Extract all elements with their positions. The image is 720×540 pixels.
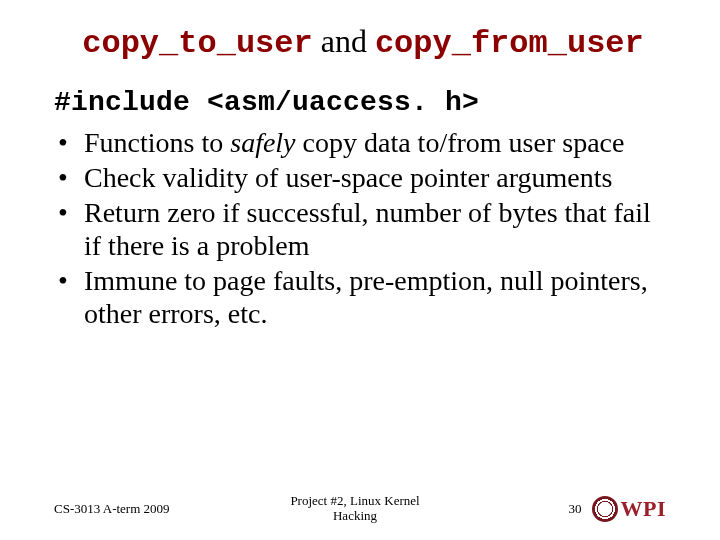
include-directive: #include <asm/uaccess. h> (54, 87, 672, 118)
bullet-text-pre: Check validity of user-space pointer arg… (84, 162, 612, 193)
footer-right: 30 WPI (466, 496, 666, 522)
bullet-item: Immune to page faults, pre-emption, null… (54, 264, 672, 330)
bullet-item: Functions to safely copy data to/from us… (54, 126, 672, 159)
bullet-text-em: safely (230, 127, 295, 158)
bullet-item: Return zero if successful, number of byt… (54, 196, 672, 262)
title-fn1: copy_to_user (82, 25, 312, 62)
wpi-logo: WPI (592, 496, 667, 522)
bullet-text-pre: Immune to page faults, pre-emption, null… (84, 265, 648, 329)
bullet-list: Functions to safely copy data to/from us… (54, 126, 672, 330)
footer-center-line1: Project #2, Linux Kernel (244, 494, 466, 509)
title-and: and (313, 23, 375, 59)
wpi-logo-text: WPI (621, 496, 667, 522)
footer-center: Project #2, Linux Kernel Hacking (244, 494, 466, 524)
wpi-seal-icon (592, 496, 618, 522)
title-fn2: copy_from_user (375, 25, 644, 62)
bullet-text-pre: Return zero if successful, number of byt… (84, 197, 651, 261)
footer-center-line2: Hacking (244, 509, 466, 524)
page-number: 30 (569, 501, 582, 517)
bullet-item: Check validity of user-space pointer arg… (54, 161, 672, 194)
bullet-text-pre: Functions to (84, 127, 230, 158)
footer-left: CS-3013 A-term 2009 (54, 501, 244, 517)
slide-title: copy_to_user and copy_from_user (54, 24, 672, 61)
bullet-text-post: copy data to/from user space (296, 127, 625, 158)
slide: copy_to_user and copy_from_user #include… (0, 0, 720, 540)
slide-footer: CS-3013 A-term 2009 Project #2, Linux Ke… (0, 494, 720, 524)
